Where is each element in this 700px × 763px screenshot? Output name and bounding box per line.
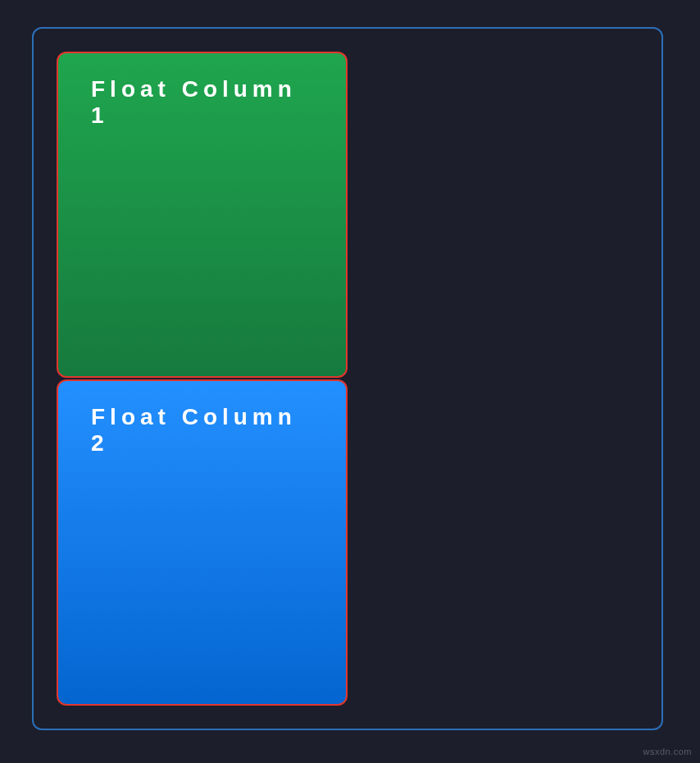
watermark-text: wsxdn.com [643,747,692,756]
outer-container: Float Column 1 Float Column 2 [32,27,663,730]
float-column-1-box: Float Column 1 [57,52,348,378]
float-column-1-heading: Float Column 1 [91,76,313,129]
float-column-2-box: Float Column 2 [57,379,348,706]
float-column-2-heading: Float Column 2 [91,404,313,456]
